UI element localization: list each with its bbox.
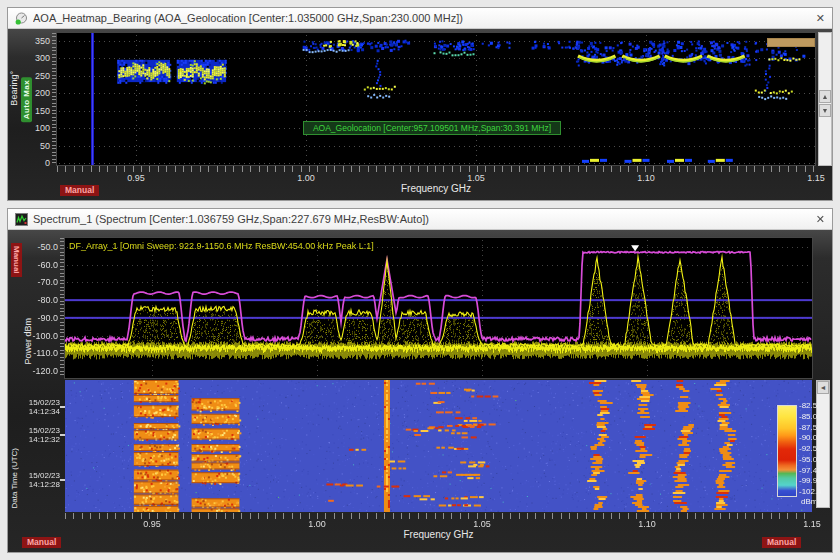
aoa-heatmap-window: AOA_Heatmap_Bearing (AOA_Geolocation [Ce… <box>7 7 833 201</box>
colorbar-tick-label: -90.0 <box>799 433 817 442</box>
w1-y-tick-label: 200 <box>28 88 50 98</box>
waterfall-time-label: 15/02/23 14:12:34 <box>16 399 60 416</box>
colorbar-tick-label: -87.5 <box>799 423 817 432</box>
w1-x-tick-label: 1.00 <box>292 173 320 183</box>
w1-x-axis-title: Frequency GHz <box>57 183 815 194</box>
w2-title: Spectrum_1 (Spectrum [Center:1.036759 GH… <box>33 213 429 225</box>
scroll-up-button[interactable]: ▲ <box>819 90 831 103</box>
w1-y-tick-label: 250 <box>28 71 50 81</box>
w1-y-tick-label: 350 <box>28 36 50 46</box>
colorbar-tick-label: -85.0 <box>799 412 817 421</box>
w1-x-ruler <box>57 166 815 172</box>
w2-manual-badge-right[interactable]: Manual <box>762 537 801 548</box>
w1-y-tick-label: 100 <box>28 123 50 133</box>
w2-x-tick-label: 1.05 <box>468 519 496 529</box>
geolocation-annotation: AOA_Geolocation [Center:957.109501 MHz,S… <box>303 121 561 135</box>
legend-swatch <box>767 38 815 47</box>
colorbar-swatch <box>777 405 797 497</box>
w2-x-tick-label: 1.10 <box>633 519 661 529</box>
w2-x-axis-title: Frequency GHz <box>65 529 812 540</box>
bearing-heatmap-plot[interactable] <box>57 33 815 165</box>
colorbar-tick-label: -82.5 <box>799 401 817 410</box>
w2-y-ruler <box>60 238 64 378</box>
colorbar-unit: dBm <box>801 497 817 506</box>
w1-x-tick-label: 1.05 <box>462 173 490 183</box>
waterfall-time-label: 15/02/23 14:12:32 <box>16 427 60 444</box>
spectrum-window-icon <box>15 213 28 226</box>
trace-label: DF_Array_1 [Omni Sweep: 922.9-1150.6 MHz… <box>69 241 374 251</box>
waterfall-time-tick <box>60 479 65 481</box>
w1-x-tick-label: 1.10 <box>632 173 660 183</box>
waterfall-time-label: 15/02/23 14:12:28 <box>16 472 60 489</box>
w1-x-tick-label: 0.95 <box>122 173 150 183</box>
w2-y-tick-label: -100.0 <box>24 331 58 341</box>
w1-manual-badge[interactable]: Manual <box>60 185 99 196</box>
w2-y-tick-label: -70.0 <box>24 277 58 287</box>
aoa-window-icon <box>15 12 28 25</box>
w2-titlebar[interactable]: Spectrum_1 (Spectrum [Center:1.036759 GH… <box>8 209 832 230</box>
spectrum-plot[interactable] <box>65 238 812 378</box>
w1-body: Bearing° Auto Max AOA_Geolocation [Cente… <box>8 29 832 200</box>
waterfall-time-tick <box>60 434 65 436</box>
w2-close-button[interactable]: ✕ <box>816 213 825 226</box>
w1-close-button[interactable]: ✕ <box>816 12 825 25</box>
w1-titlebar[interactable]: AOA_Heatmap_Bearing (AOA_Geolocation [Ce… <box>8 8 832 29</box>
colorbar-tick-label: -102.4 <box>799 487 822 496</box>
w2-y-tick-label: -90.0 <box>24 313 58 323</box>
w1-y-tick-label: 300 <box>28 53 50 63</box>
colorbar-tick-label: -99.9 <box>799 476 817 485</box>
w1-x-tick-label: 1.15 <box>802 173 830 183</box>
w2-x-tick-label: 1.00 <box>303 519 331 529</box>
w1-title: AOA_Heatmap_Bearing (AOA_Geolocation [Ce… <box>33 12 463 24</box>
waterfall-plot[interactable] <box>65 380 812 512</box>
w1-scrollbar[interactable]: ▲ ▼ <box>818 32 832 166</box>
w2-y-tick-label: -110.0 <box>24 348 58 358</box>
colorbar-tick-label: -92.5 <box>799 444 817 453</box>
w1-y-axis-title: Bearing° <box>9 71 19 106</box>
scroll-down-button[interactable]: ▼ <box>819 104 831 117</box>
w1-y-ruler <box>52 33 56 165</box>
w2-x-ruler <box>65 513 812 519</box>
w2-y-tick-label: -120.0 <box>24 366 58 376</box>
w2-manual-badge-left[interactable]: Manual <box>22 537 61 548</box>
w2-manual-badge-vertical[interactable]: Manual <box>11 243 22 277</box>
w2-x-tick-label: 0.95 <box>138 519 166 529</box>
colorbar-tick-label: -95.0 <box>799 455 817 464</box>
w1-y-tick-label: 0 <box>28 158 50 168</box>
w2-x-tick-label: 1.15 <box>798 519 826 529</box>
spectrum-window: Spectrum_1 (Spectrum [Center:1.036759 GH… <box>7 208 833 553</box>
scroll-left-button[interactable]: ◄ <box>817 381 829 394</box>
w2-y-tick-label: -50.0 <box>24 242 58 252</box>
waterfall-time-tick <box>60 406 65 408</box>
w1-y-tick-label: 150 <box>28 106 50 116</box>
colorbar-tick-label: -97.4 <box>799 466 817 475</box>
desktop: { "glyphs": {"close":"✕","scroll_up":"▲"… <box>0 0 840 560</box>
w1-y-tick-label: 50 <box>28 141 50 151</box>
w2-y-tick-label: -80.0 <box>24 295 58 305</box>
w2-y-tick-label: -60.0 <box>24 260 58 270</box>
w2-body: Manual Power dBm DF_Array_1 [Omni Sweep:… <box>8 230 832 552</box>
